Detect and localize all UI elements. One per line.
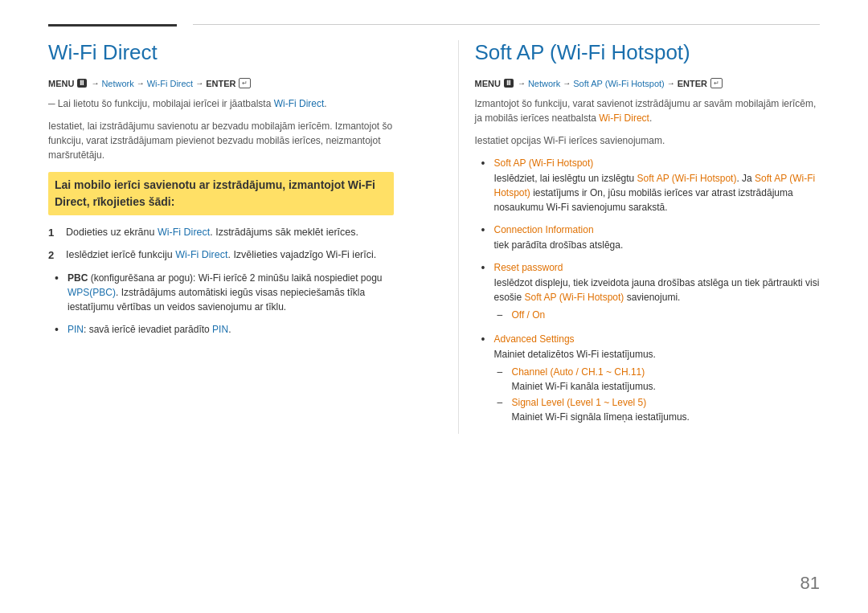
reset-sub-list: – Off / On: [497, 308, 821, 322]
soft-ap-bullets: • Soft AP (Wi-Fi Hotspot) Ieslēdziet, la…: [481, 156, 821, 426]
highlight-text: Lai mobilo ierīci savienotu ar izstrādāj…: [55, 177, 387, 210]
top-border-left: [48, 24, 177, 27]
connection-info-body: tiek parādīta drošības atslēga.: [494, 238, 821, 252]
enter-icon-right: ↵: [710, 78, 723, 88]
signal-level-item: – Signal Level (Level 1 ~ Level 5) Maini…: [497, 395, 821, 424]
step-2: 2 Ieslēdziet ierīcē funkciju Wi-Fi Direc…: [48, 247, 394, 264]
reset-password-item: • Reset password Ieslēdzot displeju, tie…: [481, 260, 821, 324]
pbc-item: • PBC (konfigurēšana ar pogu): Wi-Fi ier…: [55, 271, 394, 314]
signal-level-body: Mainiet Wi-Fi signāla līmeņa iestatījumu…: [512, 411, 690, 423]
network-link: Network: [101, 79, 133, 88]
wifi-direct-intro: Iestatiet, lai izstrādājumu savienotu ar…: [48, 119, 394, 162]
menu-icon: Ⅲ: [77, 79, 87, 88]
connection-info-title: Connection Information: [494, 223, 821, 237]
soft-ap-column: Soft AP (Wi-Fi Hotspot) MENU Ⅲ → Network…: [458, 40, 821, 434]
reset-password-title: Reset password: [494, 260, 821, 275]
wifi-direct-menu-path: MENU Ⅲ → Network → Wi-Fi Direct → ENTER …: [48, 78, 394, 88]
menu-icon-right: Ⅲ: [504, 79, 514, 88]
channel-link: Channel (Auto / CH.1 ~ CH.11): [512, 366, 645, 378]
soft-ap-link: Soft AP (Wi-Fi Hotspot): [573, 79, 665, 88]
menu-label: MENU: [48, 79, 74, 88]
soft-ap-intro1: Izmantojot šo funkciju, varat savienot i…: [475, 96, 821, 125]
connection-info-item: • Connection Information tiek parādīta d…: [481, 223, 821, 252]
page-number: 81: [800, 573, 820, 594]
channel-body: Mainiet Wi-Fi kanāla iestatījumus.: [512, 381, 656, 392]
advanced-settings-body: Mainiet detalizētos Wi-Fi iestatījumus.: [494, 347, 821, 362]
advanced-sub-list: – Channel (Auto / CH.1 ~ CH.11) Mainiet …: [497, 365, 821, 424]
pin-item: • PIN: savā ierīcē ievadiet parādīto PIN…: [55, 322, 394, 337]
steps-list: 1 Dodieties uz ekrānu Wi-Fi Direct. Izst…: [48, 225, 394, 263]
page-container: Wi-Fi Direct MENU Ⅲ → Network → Wi-Fi Di…: [0, 0, 868, 613]
menu-label-right: MENU: [475, 79, 501, 88]
off-on-item: – Off / On: [497, 308, 821, 322]
soft-ap-intro2: Iestatiet opcijas Wi-Fi ierīces savienoj…: [475, 133, 821, 148]
channel-item: – Channel (Auto / CH.1 ~ CH.11) Mainiet …: [497, 365, 821, 394]
off-on-link: Off / On: [512, 308, 546, 322]
network-link-right: Network: [528, 79, 560, 88]
advanced-settings-title: Advanced Settings: [494, 332, 821, 346]
step-1: 1 Dodieties uz ekrānu Wi-Fi Direct. Izst…: [48, 225, 394, 241]
highlight-box: Lai mobilo ierīci savienotu ar izstrādāj…: [48, 172, 394, 215]
enter-icon: ↵: [239, 78, 251, 88]
soft-ap-item-title: Soft AP (Wi-Fi Hotspot): [494, 156, 821, 170]
wifi-direct-bullets: • PBC (konfigurēšana ar pogu): Wi-Fi ier…: [55, 271, 394, 337]
wifi-direct-title: Wi-Fi Direct: [48, 40, 394, 65]
soft-ap-title: Soft AP (Wi-Fi Hotspot): [475, 40, 821, 65]
wifi-direct-note: ─ Lai lietotu šo funkciju, mobilajai ier…: [48, 96, 394, 111]
advanced-settings-item: • Advanced Settings Mainiet detalizētos …: [481, 332, 821, 426]
reset-password-body: Ieslēdzot displeju, tiek izveidota jauna…: [494, 276, 821, 304]
soft-ap-item-body: Ieslēdziet, lai ieslēgtu un izslēgtu Sof…: [494, 171, 821, 215]
top-border-right: [193, 24, 820, 25]
signal-level-link: Signal Level (Level 1 ~ Level 5): [512, 397, 647, 408]
wifi-direct-column: Wi-Fi Direct MENU Ⅲ → Network → Wi-Fi Di…: [48, 40, 410, 434]
wifi-direct-link: Wi-Fi Direct: [147, 79, 193, 88]
soft-ap-menu-path: MENU Ⅲ → Network → Soft AP (Wi-Fi Hotspo…: [475, 78, 821, 88]
soft-ap-item: • Soft AP (Wi-Fi Hotspot) Ieslēdziet, la…: [481, 156, 821, 215]
